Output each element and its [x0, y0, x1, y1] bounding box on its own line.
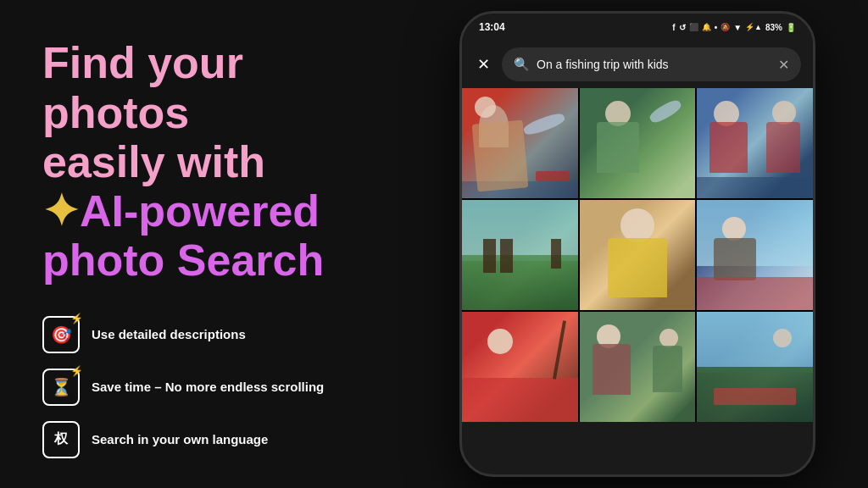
battery-percent: 83% [765, 23, 782, 32]
right-panel: 13:04 f ↺ ⬛ 🔔 • 🔕 ▼ ⚡▲ 83% 🔋 ✕ 🔍 On a fi… [424, 0, 868, 488]
status-time: 13:04 [479, 21, 505, 33]
phone-frame: 13:04 f ↺ ⬛ 🔔 • 🔕 ▼ ⚡▲ 83% 🔋 ✕ 🔍 On a fi… [459, 11, 815, 477]
photo-cell-3[interactable] [697, 88, 813, 198]
signal-icon: ⚡▲ [745, 23, 762, 31]
feature-icon-hourglass: ⏳ ⚡ [42, 369, 80, 406]
feature-item-language: 权 Search in your own language [42, 421, 390, 458]
photo-cell-4[interactable] [462, 200, 578, 310]
search-clear-button[interactable]: ✕ [778, 57, 789, 73]
photo-grid [462, 88, 813, 422]
feature-text-2: Save time – No more endless scrolling [92, 380, 324, 394]
status-icons: f ↺ ⬛ 🔔 • 🔕 ▼ ⚡▲ 83% 🔋 [672, 23, 796, 32]
feature-item-descriptions: 🎯 ⚡ Use detailed descriptions [42, 316, 390, 353]
battery-icon: 🔋 [786, 23, 796, 32]
photo-cell-9[interactable] [697, 312, 813, 422]
hourglass-icon: ⏳ [51, 377, 72, 397]
headline-line4: photo Search [42, 236, 390, 285]
dot-icon: • [715, 23, 718, 32]
sparkle-icon: ✦ [42, 186, 80, 236]
search-icon: 🔍 [514, 57, 530, 72]
feature-icon-target: 🎯 ⚡ [42, 316, 80, 353]
photo-cell-6[interactable] [697, 200, 813, 310]
photo-cell-5[interactable] [580, 200, 696, 310]
feature-text-3: Search in your own language [92, 432, 268, 446]
search-bar[interactable]: ✕ 🔍 On a fishing trip with kids ✕ [462, 41, 813, 88]
headline: Find your photos easily with ✦AI-powered… [42, 38, 390, 285]
search-query-text[interactable]: On a fishing trip with kids [537, 58, 771, 71]
photo-cell-1[interactable] [462, 88, 578, 198]
twitch-icon: ⬛ [689, 23, 698, 31]
target-icon: 🎯 [51, 324, 72, 345]
search-close-button[interactable]: ✕ [474, 52, 493, 77]
lightning-badge-1: ⚡ [70, 313, 83, 324]
lightning-badge-2: ⚡ [70, 365, 83, 377]
search-input-container[interactable]: 🔍 On a fishing trip with kids ✕ [502, 47, 801, 81]
photo-cell-7[interactable] [462, 312, 578, 422]
headline-line2: easily with [42, 137, 390, 186]
photo-cell-8[interactable] [580, 312, 696, 422]
left-panel: Find your photos easily with ✦AI-powered… [0, 0, 424, 488]
features-list: 🎯 ⚡ Use detailed descriptions ⏳ ⚡ Save t… [42, 316, 390, 458]
feature-text-1: Use detailed descriptions [92, 327, 246, 341]
headline-line1: Find your photos [42, 38, 390, 136]
feature-item-time: ⏳ ⚡ Save time – No more endless scrollin… [42, 369, 390, 406]
feature-icon-language: 权 [42, 421, 80, 458]
refresh-icon: ↺ [679, 23, 686, 32]
mute-icon: 🔕 [721, 23, 730, 31]
notification-icon: 🔔 [702, 23, 711, 31]
photo-cell-2[interactable] [580, 88, 696, 198]
wifi-icon: ▼ [733, 23, 742, 32]
facebook-icon: f [672, 23, 675, 32]
language-icon: 权 [54, 430, 68, 448]
headline-line3: ✦AI-powered [42, 186, 390, 236]
status-bar: 13:04 f ↺ ⬛ 🔔 • 🔕 ▼ ⚡▲ 83% 🔋 [462, 14, 813, 41]
